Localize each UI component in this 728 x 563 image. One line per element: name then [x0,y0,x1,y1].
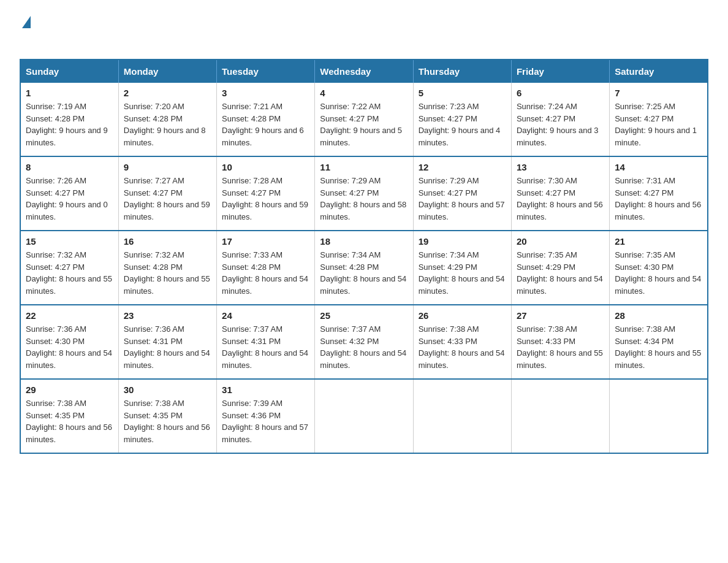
calendar-cell: 16 Sunrise: 7:32 AM Sunset: 4:28 PM Dayl… [118,231,216,305]
logo-triangle-icon [22,16,31,28]
day-number: 22 [26,310,113,321]
calendar-cell: 22 Sunrise: 7:36 AM Sunset: 4:30 PM Dayl… [20,305,118,379]
calendar-cell: 18 Sunrise: 7:34 AM Sunset: 4:28 PM Dayl… [315,231,413,305]
day-info: Sunrise: 7:20 AM Sunset: 4:28 PM Dayligh… [124,101,211,148]
day-number: 12 [419,162,506,172]
calendar-cell: 30 Sunrise: 7:38 AM Sunset: 4:35 PM Dayl… [118,379,216,453]
calendar-cell: 5 Sunrise: 7:23 AM Sunset: 4:27 PM Dayli… [413,83,511,156]
calendar-week-row: 15 Sunrise: 7:32 AM Sunset: 4:27 PM Dayl… [20,231,708,305]
day-info: Sunrise: 7:37 AM Sunset: 4:31 PM Dayligh… [222,323,309,371]
calendar-cell [413,379,511,453]
calendar-week-row: 1 Sunrise: 7:19 AM Sunset: 4:28 PM Dayli… [20,83,708,156]
calendar-header-saturday: Saturday [610,59,708,83]
day-info: Sunrise: 7:35 AM Sunset: 4:30 PM Dayligh… [615,249,702,297]
day-number: 4 [320,88,408,98]
calendar-week-row: 22 Sunrise: 7:36 AM Sunset: 4:30 PM Dayl… [20,305,708,379]
calendar-cell: 23 Sunrise: 7:36 AM Sunset: 4:31 PM Dayl… [118,305,216,379]
calendar-cell [315,379,413,453]
day-number: 20 [517,236,604,247]
calendar-cell: 11 Sunrise: 7:29 AM Sunset: 4:27 PM Dayl… [315,156,413,231]
day-number: 28 [615,310,702,321]
day-number: 29 [26,385,113,395]
calendar-cell: 29 Sunrise: 7:38 AM Sunset: 4:35 PM Dayl… [20,379,118,453]
calendar-cell: 14 Sunrise: 7:31 AM Sunset: 4:27 PM Dayl… [610,156,708,231]
day-info: Sunrise: 7:39 AM Sunset: 4:36 PM Dayligh… [222,397,309,445]
calendar-cell: 20 Sunrise: 7:35 AM Sunset: 4:29 PM Dayl… [511,231,609,305]
day-info: Sunrise: 7:34 AM Sunset: 4:29 PM Dayligh… [419,249,506,297]
day-number: 27 [517,310,604,321]
calendar-cell: 25 Sunrise: 7:37 AM Sunset: 4:32 PM Dayl… [315,305,413,379]
day-number: 23 [124,310,211,321]
day-info: Sunrise: 7:37 AM Sunset: 4:32 PM Dayligh… [320,323,408,371]
day-info: Sunrise: 7:38 AM Sunset: 4:34 PM Dayligh… [615,323,702,371]
day-info: Sunrise: 7:27 AM Sunset: 4:27 PM Dayligh… [124,175,211,223]
calendar-cell: 10 Sunrise: 7:28 AM Sunset: 4:27 PM Dayl… [217,156,315,231]
day-info: Sunrise: 7:36 AM Sunset: 4:30 PM Dayligh… [26,323,113,371]
day-info: Sunrise: 7:25 AM Sunset: 4:27 PM Dayligh… [615,101,702,148]
calendar-cell: 4 Sunrise: 7:22 AM Sunset: 4:27 PM Dayli… [315,83,413,156]
calendar-cell: 15 Sunrise: 7:32 AM Sunset: 4:27 PM Dayl… [20,231,118,305]
day-info: Sunrise: 7:31 AM Sunset: 4:27 PM Dayligh… [615,175,702,223]
day-number: 31 [222,385,309,395]
calendar-cell [511,379,609,453]
day-info: Sunrise: 7:38 AM Sunset: 4:35 PM Dayligh… [124,397,211,445]
day-number: 15 [26,236,113,247]
day-info: Sunrise: 7:22 AM Sunset: 4:27 PM Dayligh… [320,101,408,148]
day-info: Sunrise: 7:33 AM Sunset: 4:28 PM Dayligh… [222,249,309,297]
day-number: 25 [320,310,408,321]
calendar-cell: 24 Sunrise: 7:37 AM Sunset: 4:31 PM Dayl… [217,305,315,379]
calendar-cell: 19 Sunrise: 7:34 AM Sunset: 4:29 PM Dayl… [413,231,511,305]
logo [20,15,31,47]
day-number: 30 [124,385,211,395]
calendar-week-row: 29 Sunrise: 7:38 AM Sunset: 4:35 PM Dayl… [20,379,708,453]
day-number: 17 [222,236,309,247]
calendar-cell: 7 Sunrise: 7:25 AM Sunset: 4:27 PM Dayli… [610,83,708,156]
day-number: 13 [517,162,604,172]
day-number: 24 [222,310,309,321]
day-number: 9 [124,162,211,172]
day-info: Sunrise: 7:28 AM Sunset: 4:27 PM Dayligh… [222,175,309,223]
calendar-table: SundayMondayTuesdayWednesdayThursdayFrid… [20,59,708,454]
calendar-week-row: 8 Sunrise: 7:26 AM Sunset: 4:27 PM Dayli… [20,156,708,231]
calendar-cell: 13 Sunrise: 7:30 AM Sunset: 4:27 PM Dayl… [511,156,609,231]
day-info: Sunrise: 7:36 AM Sunset: 4:31 PM Dayligh… [124,323,211,371]
calendar-cell: 12 Sunrise: 7:29 AM Sunset: 4:27 PM Dayl… [413,156,511,231]
calendar-cell: 26 Sunrise: 7:38 AM Sunset: 4:33 PM Dayl… [413,305,511,379]
calendar-header-row: SundayMondayTuesdayWednesdayThursdayFrid… [20,59,708,83]
calendar-header-monday: Monday [118,59,216,83]
day-number: 18 [320,236,408,247]
calendar-header-wednesday: Wednesday [315,59,413,83]
calendar-header-friday: Friday [511,59,609,83]
day-number: 5 [419,88,506,98]
calendar-cell: 31 Sunrise: 7:39 AM Sunset: 4:36 PM Dayl… [217,379,315,453]
calendar-cell: 28 Sunrise: 7:38 AM Sunset: 4:34 PM Dayl… [610,305,708,379]
calendar-cell: 17 Sunrise: 7:33 AM Sunset: 4:28 PM Dayl… [217,231,315,305]
day-number: 19 [419,236,506,247]
calendar-header-thursday: Thursday [413,59,511,83]
day-number: 6 [517,88,604,98]
day-info: Sunrise: 7:35 AM Sunset: 4:29 PM Dayligh… [517,249,604,297]
day-info: Sunrise: 7:24 AM Sunset: 4:27 PM Dayligh… [517,101,604,148]
calendar-header-tuesday: Tuesday [217,59,315,83]
page-header [20,15,708,47]
day-number: 21 [615,236,702,247]
day-number: 7 [615,88,702,98]
day-number: 26 [419,310,506,321]
day-info: Sunrise: 7:23 AM Sunset: 4:27 PM Dayligh… [419,101,506,148]
calendar-cell: 8 Sunrise: 7:26 AM Sunset: 4:27 PM Dayli… [20,156,118,231]
calendar-cell: 3 Sunrise: 7:21 AM Sunset: 4:28 PM Dayli… [217,83,315,156]
calendar-cell: 21 Sunrise: 7:35 AM Sunset: 4:30 PM Dayl… [610,231,708,305]
day-info: Sunrise: 7:32 AM Sunset: 4:27 PM Dayligh… [26,249,113,297]
day-info: Sunrise: 7:34 AM Sunset: 4:28 PM Dayligh… [320,249,408,297]
day-info: Sunrise: 7:29 AM Sunset: 4:27 PM Dayligh… [419,175,506,223]
day-info: Sunrise: 7:30 AM Sunset: 4:27 PM Dayligh… [517,175,604,223]
day-info: Sunrise: 7:19 AM Sunset: 4:28 PM Dayligh… [26,101,113,148]
day-number: 10 [222,162,309,172]
day-info: Sunrise: 7:26 AM Sunset: 4:27 PM Dayligh… [26,175,113,223]
calendar-cell: 6 Sunrise: 7:24 AM Sunset: 4:27 PM Dayli… [511,83,609,156]
calendar-cell: 9 Sunrise: 7:27 AM Sunset: 4:27 PM Dayli… [118,156,216,231]
calendar-cell [610,379,708,453]
day-info: Sunrise: 7:38 AM Sunset: 4:33 PM Dayligh… [419,323,506,371]
day-info: Sunrise: 7:38 AM Sunset: 4:33 PM Dayligh… [517,323,604,371]
day-info: Sunrise: 7:21 AM Sunset: 4:28 PM Dayligh… [222,101,309,148]
